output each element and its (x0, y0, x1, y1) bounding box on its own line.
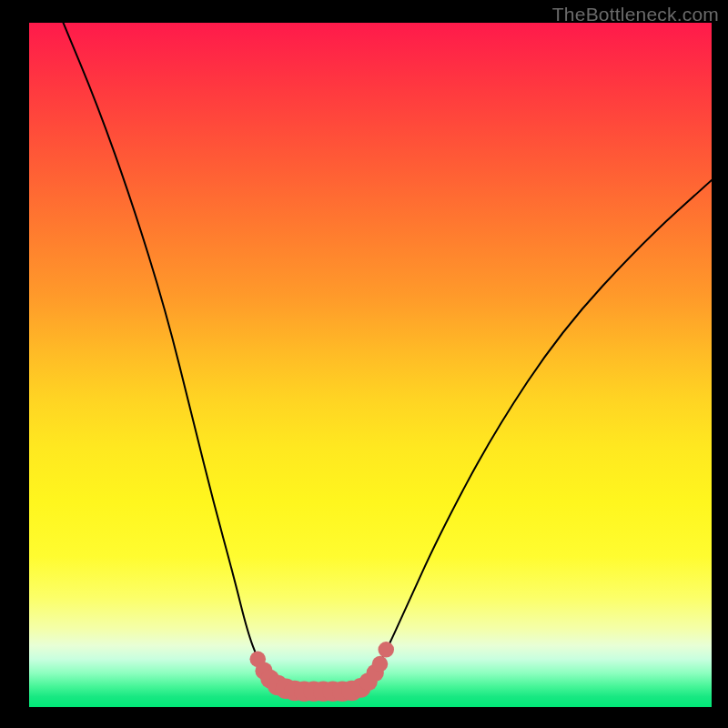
chart-frame: TheBottleneck.com (0, 0, 728, 728)
watermark-text: TheBottleneck.com (552, 4, 719, 25)
plot-area (29, 23, 712, 707)
v-curve-path (29, 23, 712, 692)
data-marker (372, 656, 389, 672)
curve-layer (29, 23, 712, 707)
marker-cluster (249, 642, 394, 702)
v-curve (29, 23, 712, 692)
data-marker (378, 642, 394, 658)
